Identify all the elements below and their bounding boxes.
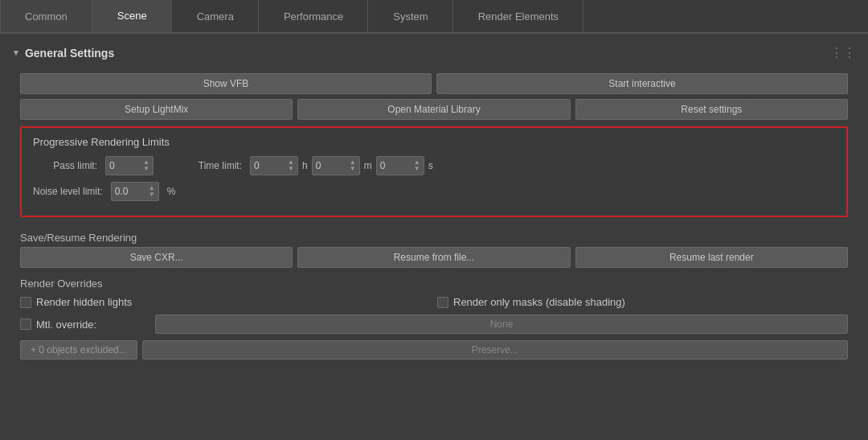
button-row-1: Show VFB Start interactive	[12, 73, 856, 94]
collapse-arrow-icon[interactable]: ▼	[12, 48, 20, 57]
time-s-unit: s	[428, 160, 433, 171]
time-m-down-arrow[interactable]: ▼	[350, 166, 356, 172]
time-s-down-arrow[interactable]: ▼	[414, 166, 420, 172]
prl-row-1: Pass limit: ▲ ▼ Time limit: ▲ ▼ h	[33, 156, 835, 175]
pass-limit-input[interactable]: ▲ ▼	[105, 156, 154, 175]
time-limit-label: Time limit:	[178, 160, 242, 171]
noise-label: Noise level limit:	[33, 186, 103, 197]
tab-bar: Common Scene Camera Performance System R…	[0, 0, 868, 34]
section-title-group: ▼ General Settings	[12, 47, 114, 60]
show-vfb-button[interactable]: Show VFB	[20, 73, 432, 94]
mtl-override-checkbox[interactable]	[20, 319, 31, 330]
save-resume-buttons: Save CXR... Resume from file... Resume l…	[12, 247, 856, 268]
render-hidden-lights-item: Render hidden lights	[20, 296, 431, 308]
tab-scene[interactable]: Scene	[92, 0, 172, 32]
reset-settings-button[interactable]: Reset settings	[575, 99, 848, 120]
grid-icon: ⋮⋮	[830, 45, 856, 60]
tab-common[interactable]: Common	[0, 0, 92, 32]
prl-row-2: Noise level limit: ▲ ▼ %	[33, 182, 835, 201]
render-only-masks-item: Render only masks (disable shading)	[437, 296, 848, 308]
time-h-unit: h	[302, 160, 308, 171]
setup-lightmix-button[interactable]: Setup LightMix	[20, 99, 293, 120]
time-m-unit: m	[364, 160, 372, 171]
override-row-2: Mtl. override: None	[12, 311, 856, 337]
tab-performance[interactable]: Performance	[259, 0, 368, 32]
render-only-masks-label: Render only masks (disable shading)	[453, 296, 625, 308]
pass-limit-label: Pass limit:	[33, 160, 97, 171]
render-only-masks-checkbox[interactable]	[437, 297, 448, 308]
tab-camera[interactable]: Camera	[172, 0, 259, 32]
render-hidden-lights-label: Render hidden lights	[36, 296, 132, 308]
button-row-2: Setup LightMix Open Material Library Res…	[12, 99, 856, 120]
progressive-rendering-limits-box: Progressive Rendering Limits Pass limit:…	[20, 126, 848, 217]
prl-title: Progressive Rendering Limits	[33, 136, 835, 148]
pass-limit-arrows[interactable]: ▲ ▼	[143, 159, 149, 172]
pass-limit-down-arrow[interactable]: ▼	[143, 166, 149, 172]
tab-render-elements[interactable]: Render Elements	[453, 0, 583, 32]
tab-system[interactable]: System	[368, 0, 452, 32]
override-row-1: Render hidden lights Render only masks (…	[12, 293, 856, 311]
time-m-input[interactable]: ▲ ▼	[312, 156, 360, 175]
render-overrides-label: Render Overrides	[12, 273, 856, 293]
noise-down-arrow[interactable]: ▼	[149, 191, 155, 198]
time-s-input[interactable]: ▲ ▼	[376, 156, 424, 175]
main-content: ▼ General Settings ⋮⋮ Show VFB Start int…	[0, 34, 868, 440]
time-h-input[interactable]: ▲ ▼	[250, 156, 298, 175]
resume-last-render-button[interactable]: Resume last render	[575, 247, 848, 268]
noise-unit: %	[167, 186, 176, 197]
save-resume-label: Save/Resume Rendering	[12, 227, 856, 247]
mtl-override-item: Mtl. override:	[20, 319, 149, 331]
render-hidden-lights-checkbox[interactable]	[20, 297, 31, 308]
section-title: General Settings	[25, 47, 114, 60]
excluded-objects-button[interactable]: + 0 objects excluded...	[20, 340, 137, 360]
excluded-row: + 0 objects excluded... Preserve...	[12, 337, 856, 363]
start-interactive-button[interactable]: Start interactive	[436, 73, 848, 94]
resume-from-file-button[interactable]: Resume from file...	[297, 247, 570, 268]
time-h-down-arrow[interactable]: ▼	[288, 166, 294, 172]
preserve-dropdown[interactable]: Preserve...	[142, 340, 848, 360]
mtl-override-label: Mtl. override:	[36, 319, 96, 331]
save-cxr-button[interactable]: Save CXR...	[20, 247, 293, 268]
open-material-library-button[interactable]: Open Material Library	[297, 99, 570, 120]
mtl-override-dropdown[interactable]: None	[155, 315, 848, 334]
time-group: ▲ ▼ h ▲ ▼ m ▲ ▼	[250, 156, 433, 175]
noise-input[interactable]: ▲ ▼	[111, 182, 159, 201]
section-header: ▼ General Settings ⋮⋮	[12, 42, 856, 64]
